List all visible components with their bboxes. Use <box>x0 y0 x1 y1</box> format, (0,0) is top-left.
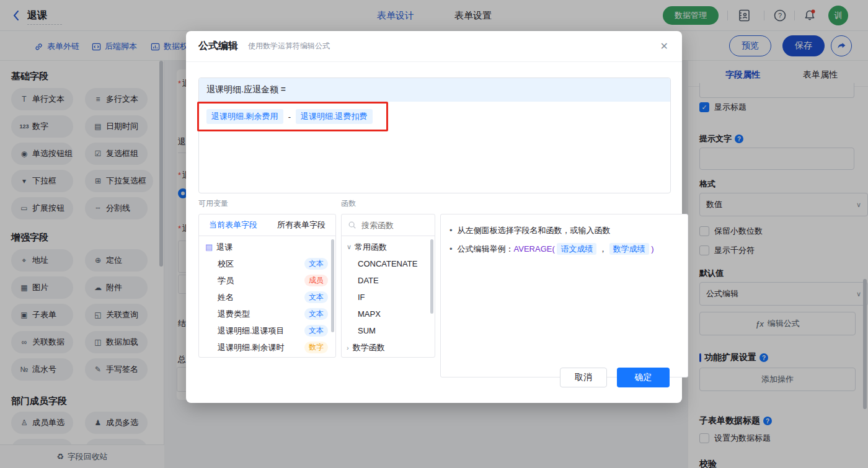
function-search-input[interactable] <box>360 220 425 231</box>
modal-header: 公式编辑 使用数学运算符编辑公式 <box>186 31 682 62</box>
functions-scrollbar[interactable] <box>430 239 433 314</box>
cancel-button[interactable]: 取消 <box>560 368 607 387</box>
app-screen: 退课 表单设计 表单设置 数据管理 ? 训 <box>0 0 868 468</box>
function-item[interactable]: SUM <box>342 322 435 339</box>
variable-row[interactable]: 退课明细.退课项目文本 <box>199 322 335 339</box>
type-badge: 文本 <box>304 308 328 320</box>
modal-title: 公式编辑 <box>198 40 238 53</box>
formula-target: 退课明细.应退金额 = <box>199 78 670 102</box>
variables-scrollbar[interactable] <box>331 239 334 332</box>
confirm-button[interactable]: 确定 <box>617 368 670 387</box>
example-chip: 数学成绩 <box>609 243 649 255</box>
close-icon[interactable]: ✕ <box>660 40 668 52</box>
variable-row[interactable]: 姓名文本 <box>199 289 335 306</box>
bullet: • <box>450 243 453 255</box>
function-group-math[interactable]: › 数学函数 <box>342 339 435 356</box>
type-badge: 数字 <box>304 342 328 353</box>
type-badge: 文本 <box>304 258 328 270</box>
hint-line: • 从左侧面板选择字段名和函数，或输入函数 <box>450 224 679 237</box>
formula-editor[interactable]: 退课明细.应退金额 = 退课明细.剩余费用 - 退课明细.退费扣费 <box>198 77 671 193</box>
function-item[interactable]: MAPX <box>342 306 435 322</box>
annotation-highlight <box>197 102 388 131</box>
example-chip: 语文成绩 <box>557 243 596 255</box>
variables-tabs: 当前表单字段 所有表单字段 <box>199 214 335 236</box>
variable-row[interactable]: 退费类型文本 <box>199 306 335 322</box>
modal-footer: 取消 确定 <box>560 368 670 387</box>
variables-label: 可用变量 <box>198 198 228 209</box>
functions-panel: ∨ 常用函数 CONCATENATE DATE IF MAPX SUM › 数学… <box>341 214 435 358</box>
type-badge: 文本 <box>304 325 328 337</box>
variables-panel: 当前表单字段 所有表单字段 ▤ 退课 校区文本 学员成员 姓名文本 退费类 <box>198 214 336 358</box>
tab-all-form-fields[interactable]: 所有表单字段 <box>277 219 326 231</box>
variable-row[interactable]: 学员成员 <box>199 272 335 289</box>
hint-line-example: • 公式编辑举例：AVERAGE( 语文成绩 ， 数学成绩 ) <box>450 243 679 255</box>
form-file-icon: ▤ <box>205 242 213 252</box>
variable-row[interactable]: 校区文本 <box>199 255 335 272</box>
variables-tree-root[interactable]: ▤ 退课 <box>199 239 335 255</box>
functions-label: 函数 <box>341 198 356 209</box>
chevron-down-icon: ∨ <box>347 243 352 251</box>
function-name: AVERAGE( <box>514 244 555 254</box>
function-search[interactable] <box>342 214 435 236</box>
function-item[interactable]: IF <box>342 289 435 306</box>
tab-current-form-fields[interactable]: 当前表单字段 <box>209 219 257 231</box>
function-item[interactable]: CONCATENATE <box>342 255 435 272</box>
search-icon <box>348 221 356 229</box>
type-badge: 文本 <box>304 291 328 303</box>
function-item[interactable]: DATE <box>342 272 435 289</box>
formula-edit-modal: 公式编辑 使用数学运算符编辑公式 ✕ 退课明细.应退金额 = 退课明细.剩余费用… <box>186 31 682 403</box>
modal-subtitle: 使用数学运算符编辑公式 <box>248 41 330 51</box>
hint-panel: • 从左侧面板选择字段名和函数，或输入函数 • 公式编辑举例：AVERAGE( … <box>440 214 688 377</box>
function-close-paren: ) <box>651 244 653 254</box>
type-badge: 成员 <box>304 275 328 286</box>
function-group-common[interactable]: ∨ 常用函数 <box>342 239 435 255</box>
chevron-right-icon: › <box>347 344 349 351</box>
bullet: • <box>450 224 453 237</box>
variable-row[interactable]: 退课明细.剩余课时数字 <box>199 339 335 356</box>
function-group-text[interactable]: › 文本函数 <box>342 356 435 358</box>
